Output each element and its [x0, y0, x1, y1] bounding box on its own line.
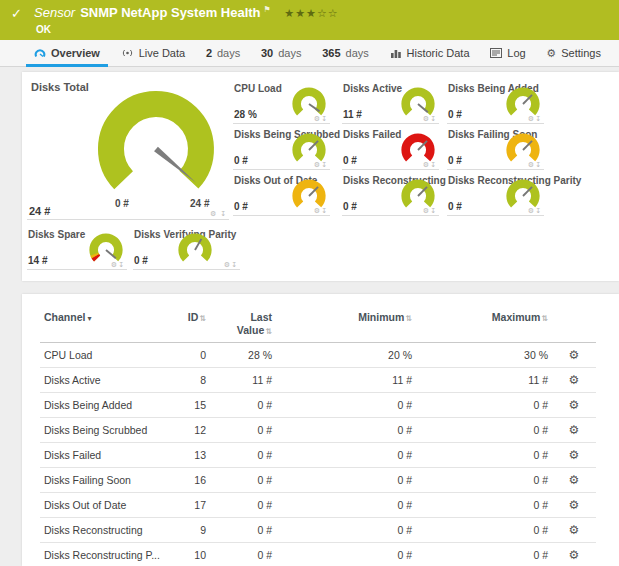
channel-link[interactable]: Disks Out of Date [44, 499, 126, 511]
column-header-actions [552, 308, 596, 343]
channel-link[interactable]: Disks Failing Soon [44, 474, 131, 486]
gauge-disks-spare[interactable]: Disks Spare 14 # ⚙↧ [27, 231, 127, 270]
gauge-actions[interactable]: ⚙↧ [528, 161, 542, 169]
gauge-actions[interactable]: ⚙↧ [314, 115, 328, 123]
tab-overview[interactable]: Overview [26, 40, 108, 66]
table-row[interactable]: Disks Being Added 15 0 # 0 # 0 # ⚙ [40, 393, 596, 418]
tab-30-days[interactable]: 30 days [253, 40, 310, 66]
channel-link[interactable]: Disks Active [44, 374, 101, 386]
gauge-label: CPU Load [234, 83, 282, 94]
column-header-maximum[interactable]: Maximum⇅ [416, 308, 552, 343]
channel-link[interactable]: Disks Reconstructing [44, 524, 143, 536]
broadcast-icon [121, 47, 134, 59]
gauge-value: 0 # [448, 155, 462, 166]
gauge-actions[interactable]: ⚙↧ [224, 261, 238, 269]
channel-link[interactable]: Disks Being Scrubbed [44, 424, 147, 436]
channel-maximum: 0 # [416, 418, 552, 443]
gauge-actions[interactable]: ⚙↧ [528, 115, 542, 123]
gauge-actions[interactable]: ⚙↧ [423, 207, 437, 215]
tab-historic-data[interactable]: Historic Data [382, 40, 478, 66]
gauge-actions[interactable]: ⚙↧ [423, 161, 437, 169]
edit-channel-icon[interactable]: ⚙ [569, 498, 580, 512]
tab-365-days[interactable]: 365 days [314, 40, 377, 66]
gauge-actions[interactable]: ⚙↧ [111, 261, 125, 269]
edit-channel-icon[interactable]: ⚙ [569, 473, 580, 487]
gauge-actions[interactable]: ⚙↧ [314, 161, 328, 169]
gauge-actions[interactable]: ⚙↧ [314, 207, 328, 215]
edit-channel-icon[interactable]: ⚙ [569, 348, 580, 362]
gear-icon: ⚙ [210, 210, 217, 217]
table-row[interactable]: Disks Failed 13 0 # 0 # 0 # ⚙ [40, 443, 596, 468]
channel-last-value: 0 # [210, 468, 276, 493]
channel-table: Channel▾ ID⇅ LastValue⇅ Minimum⇅ Maximum… [40, 308, 596, 566]
sort-icon: ⇅ [265, 327, 272, 336]
gauge-icon [34, 47, 46, 59]
gauge-label: Disks Failed [343, 129, 401, 140]
edit-channel-icon[interactable]: ⚙ [569, 373, 580, 387]
tab-live-data[interactable]: Live Data [113, 40, 193, 66]
flag-icon[interactable]: ⚑ [264, 5, 271, 14]
gauge-disks-active[interactable]: Disks Active 11 # ⚙↧ [342, 85, 439, 124]
channel-last-value: 0 # [210, 493, 276, 518]
gauge-value: 0 # [234, 201, 248, 212]
channel-link[interactable]: Disks Reconstructing P... [44, 549, 160, 561]
gauge-max-label: 24 # [190, 198, 209, 209]
channel-maximum: 0 # [416, 493, 552, 518]
status-badge: OK [36, 24, 51, 35]
channel-link[interactable]: Disks Failed [44, 449, 101, 461]
table-row[interactable]: Disks Reconstructing 9 0 # 0 # 0 # ⚙ [40, 518, 596, 543]
column-header-last-value[interactable]: LastValue⇅ [210, 308, 276, 343]
channel-minimum: 11 # [276, 368, 416, 393]
channel-last-value: 0 # [210, 418, 276, 443]
gauge-value: 0 # [234, 155, 248, 166]
gauge-actions[interactable]: ⚙↧ [528, 207, 542, 215]
edit-channel-icon[interactable]: ⚙ [569, 423, 580, 437]
tab-label: Historic Data [407, 47, 470, 59]
gauge-cpu-load[interactable]: CPU Load 28 % ⚙↧ [233, 85, 330, 124]
channel-link[interactable]: Disks Being Added [44, 399, 132, 411]
priority-stars[interactable]: ★★★☆☆ [284, 7, 338, 19]
gauge-disks-reconstructing[interactable]: Disks Reconstructing 0 # ⚙↧ [342, 177, 439, 216]
edit-channel-icon[interactable]: ⚙ [569, 548, 580, 562]
pin-icon: ↧ [321, 161, 328, 168]
gauge-disks-being-scrubbed[interactable]: Disks Being Scrubbed 0 # ⚙↧ [233, 131, 330, 170]
gauge-actions[interactable]: ⚙ ↧ [210, 210, 227, 218]
table-row[interactable]: Disks Being Scrubbed 12 0 # 0 # 0 # ⚙ [40, 418, 596, 443]
channel-minimum: 20 % [276, 343, 416, 368]
gauge-disks-verifying-parity[interactable]: Disks Verifying Parity 0 # ⚙↧ [133, 231, 240, 270]
status-check-icon: ✓ [11, 6, 22, 21]
tab-settings[interactable]: ⚙ Settings [538, 40, 609, 66]
channel-last-value: 0 # [210, 518, 276, 543]
column-header-channel[interactable]: Channel▾ [40, 308, 168, 343]
sort-icon: ⇅ [541, 314, 548, 323]
channel-last-value: 0 # [210, 543, 276, 566]
gauge-disks-being-added[interactable]: Disks Being Added 0 # ⚙↧ [447, 85, 544, 124]
table-row[interactable]: Disks Failing Soon 16 0 # 0 # 0 # ⚙ [40, 468, 596, 493]
gauge-value: 0 # [343, 201, 357, 212]
table-row[interactable]: CPU Load 0 28 % 20 % 30 % ⚙ [40, 343, 596, 368]
channel-link[interactable]: CPU Load [44, 349, 92, 361]
table-row[interactable]: Disks Active 8 11 # 11 # 11 # ⚙ [40, 368, 596, 393]
tab-2-days[interactable]: 2 days [198, 40, 248, 66]
gauge-disks-total[interactable]: Disks Total 0 # 24 # 24 # ⚙ ↧ [27, 77, 229, 220]
pin-icon: ↧ [220, 210, 227, 217]
edit-channel-icon[interactable]: ⚙ [569, 523, 580, 537]
gauge-disks-failing-soon[interactable]: Disks Failing Soon 0 # ⚙↧ [447, 131, 544, 170]
channel-id: 17 [168, 493, 210, 518]
channel-maximum: 0 # [416, 393, 552, 418]
pin-icon: ↧ [430, 207, 437, 214]
gauge-disks-failed[interactable]: Disks Failed 0 # ⚙↧ [342, 131, 439, 170]
gauge-disks-out-of-date[interactable]: Disks Out of Date 0 # ⚙↧ [233, 177, 330, 216]
pin-icon: ↧ [535, 161, 542, 168]
gauge-actions[interactable]: ⚙↧ [423, 115, 437, 123]
pin-icon: ↧ [118, 261, 125, 268]
column-header-id[interactable]: ID⇅ [168, 308, 210, 343]
table-row[interactable]: Disks Reconstructing P... 10 0 # 0 # 0 #… [40, 543, 596, 566]
column-header-minimum[interactable]: Minimum⇅ [276, 308, 416, 343]
tab-log[interactable]: Log [482, 40, 533, 66]
table-row[interactable]: Disks Out of Date 17 0 # 0 # 0 # ⚙ [40, 493, 596, 518]
gauge-disks-reconstructing-parity[interactable]: Disks Reconstructing Parity 0 # ⚙↧ [447, 177, 544, 216]
edit-channel-icon[interactable]: ⚙ [569, 398, 580, 412]
channel-id: 16 [168, 468, 210, 493]
edit-channel-icon[interactable]: ⚙ [569, 448, 580, 462]
